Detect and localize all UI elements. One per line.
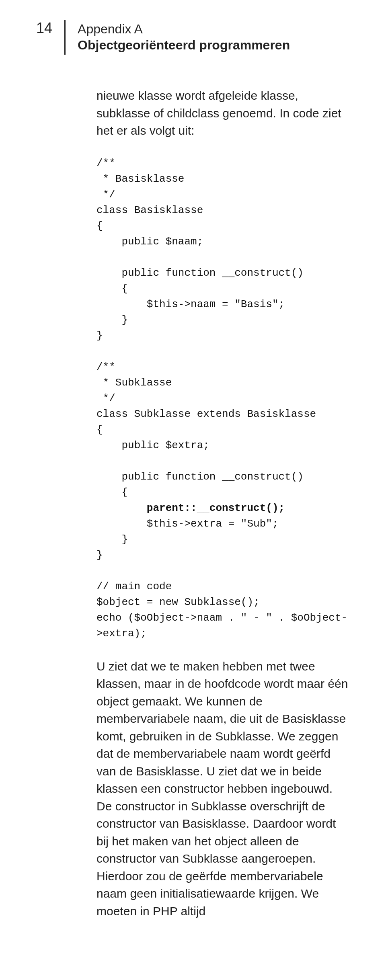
code-line: * Basisklasse — [96, 173, 184, 185]
page-header: 14 Appendix A Objectgeoriënteerd program… — [36, 20, 350, 55]
code-line: /** — [96, 361, 115, 373]
content-column: nieuwe klasse wordt afgeleide klasse, su… — [36, 87, 350, 920]
code-line: public $extra; — [96, 439, 209, 451]
code-line: { — [96, 486, 128, 498]
code-line: } — [96, 549, 103, 561]
code-line: $object = new Subklasse(); — [96, 596, 260, 608]
code-line: public function __construct() — [96, 267, 304, 279]
code-line: echo ($oObject->naam . " - " . $oObject-… — [96, 612, 347, 640]
code-line: } — [96, 314, 128, 326]
code-line: * Subklasse — [96, 377, 172, 389]
code-line: $this->naam = "Basis"; — [96, 298, 285, 310]
code-line: */ — [96, 392, 115, 404]
code-line: { — [96, 283, 128, 295]
code-line: */ — [96, 189, 115, 201]
code-line: class Subklasse extends Basisklasse — [96, 408, 316, 420]
header-titles: Appendix A Objectgeoriënteerd programmer… — [78, 20, 290, 53]
page: 14 Appendix A Objectgeoriënteerd program… — [0, 0, 386, 980]
code-line: { — [96, 424, 103, 436]
code-line: public function __construct() — [96, 471, 304, 483]
code-line: } — [96, 533, 128, 545]
header-divider — [64, 20, 66, 55]
code-line: $this->extra = "Sub"; — [96, 518, 278, 530]
code-line-bold: parent::__construct(); — [96, 502, 285, 514]
body-paragraph: U ziet dat we te maken hebben met twee k… — [96, 658, 350, 920]
code-line: class Basisklasse — [96, 204, 203, 216]
code-block: /** * Basisklasse */ class Basisklasse {… — [96, 156, 350, 642]
chapter-title: Objectgeoriënteerd programmeren — [78, 37, 290, 53]
code-line: // main code — [96, 580, 172, 593]
intro-paragraph: nieuwe klasse wordt afgeleide klasse, su… — [96, 87, 350, 139]
code-line: /** — [96, 157, 115, 169]
appendix-label: Appendix A — [78, 21, 290, 37]
code-line: } — [96, 330, 103, 342]
code-line: { — [96, 220, 103, 232]
page-number: 14 — [36, 20, 64, 36]
code-line: public $naam; — [96, 236, 203, 248]
